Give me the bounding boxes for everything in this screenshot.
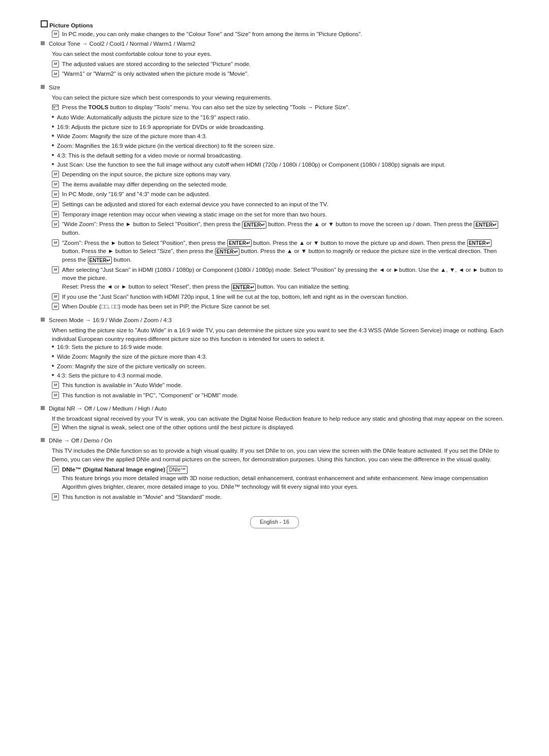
note-icon-s9: M	[52, 293, 59, 300]
bullet-16-9: 16:9: Adjusts the picture size to 16:9 a…	[52, 123, 508, 132]
note-icon-s1: M	[52, 171, 59, 178]
tools-row: Press the TOOLS button to display "Tools…	[52, 103, 508, 112]
size-bullets: Auto Wide: Automatically adjusts the pic…	[41, 113, 508, 169]
bullet-auto-wide: Auto Wide: Automatically adjusts the pic…	[52, 113, 508, 122]
dot-5	[52, 154, 54, 156]
colour-tone-label: Colour Tone → Cool2 / Cool1 / Normal / W…	[49, 40, 195, 48]
size-sub-notes: M Depending on the input source, the pic…	[41, 170, 508, 311]
sm-bullet-3-text: Zoom: Magnify the size of the picture ve…	[57, 362, 206, 371]
size-note-8: M After selecting "Just Scan" in HDMI (1…	[52, 266, 508, 291]
sm-dot-4	[52, 374, 54, 376]
colour-tone-header: Colour Tone → Cool2 / Cool1 / Normal / W…	[41, 40, 508, 48]
size-label: Size	[49, 83, 60, 92]
note-icon-s10: M	[52, 303, 59, 310]
dot-4	[52, 144, 54, 146]
footer: English - 16	[41, 516, 508, 528]
bullet-1-text: Auto Wide: Automatically adjusts the pic…	[57, 113, 250, 122]
note-icon-s6: M	[52, 220, 59, 228]
colour-note-2: M "Warm1" or "Warm2" is only activated w…	[52, 70, 508, 78]
sm-bullet-4-text: 4:3: Sets the picture to 4:3 normal mode…	[57, 371, 163, 380]
dnie-brand-label: DNIe™ (Digital Natural Image engine)	[62, 466, 165, 472]
screen-mode-notes: M This function is available in "Auto Wi…	[41, 381, 508, 399]
screen-mode-body: When setting the picture size to "Auto W…	[52, 326, 508, 343]
square-bullet-colour	[41, 41, 45, 45]
top-note-text: In PC mode, you can only make changes to…	[62, 30, 508, 39]
size-note-1: M Depending on the input source, the pic…	[52, 170, 508, 179]
dot-2	[52, 125, 54, 128]
dot-3	[52, 135, 54, 137]
digital-nr-section: Digital NR → Off / Low / Medium / High /…	[41, 404, 508, 431]
size-note-3: M In PC Mode, only "16:9" and "4:3" mode…	[52, 190, 508, 199]
colour-note-1: M The adjusted values are stored accordi…	[52, 60, 508, 69]
tools-icon	[52, 104, 59, 111]
bullet-2-text: 16:9: Adjusts the picture size to 16:9 a…	[57, 123, 264, 132]
note-icon-s5: M	[52, 211, 59, 218]
bullet-3-text: Wide Zoom: Magnify the size of the pictu…	[57, 132, 207, 141]
sm-bullet-1: 16:9: Sets the picture to 16:9 wide mode…	[52, 343, 508, 352]
note-icon-s2: M	[52, 181, 59, 188]
dnie-brand-text: This feature brings you more detailed im…	[62, 475, 488, 490]
digital-nr-header: Digital NR → Off / Low / Medium / High /…	[41, 404, 508, 413]
footer-badge: English - 16	[250, 516, 299, 528]
sm-dot-3	[52, 365, 54, 367]
size-note-6: M "Wide Zoom": Press the ► button to Sel…	[52, 220, 508, 237]
dnie-badge: DNIe™	[167, 466, 188, 475]
note-icon-s4: M	[52, 201, 59, 208]
note-icon-nr1: M	[52, 424, 59, 431]
digital-nr-notes: M When the signal is weak, select one of…	[41, 423, 508, 432]
bullet-4-text: Zoom: Magnifies the 16:9 wide picture (i…	[57, 142, 274, 150]
note-icon-top: M	[52, 30, 59, 38]
size-note-7: M "Zoom": Press the ► button to Select "…	[52, 239, 508, 264]
checkbox-icon	[41, 20, 48, 27]
enter-btn-1: ENTER↵	[242, 221, 266, 229]
enter-btn-6: ENTER↵	[88, 257, 112, 264]
sm-dot-1	[52, 345, 54, 348]
sm-bullet-2-text: Wide Zoom: Magnify the size of the pictu…	[57, 353, 207, 361]
note-icon-s3: M	[52, 191, 59, 198]
colour-note-2-text: "Warm1" or "Warm2" is only activated whe…	[62, 70, 508, 78]
size-note-2: M The items available may differ dependi…	[52, 180, 508, 189]
bullet-5-text: 4:3: This is the default setting for a v…	[57, 151, 242, 160]
colour-tone-section: Colour Tone → Cool2 / Cool1 / Normal / W…	[41, 40, 508, 78]
sm-bullet-3: Zoom: Magnify the size of the picture ve…	[52, 362, 508, 371]
note-icon-s7: M	[52, 239, 59, 246]
dnie-header: DNIe → Off / Demo / On	[41, 436, 508, 445]
size-note-4: M Settings can be adjusted and stored fo…	[52, 200, 508, 209]
svg-rect-0	[52, 105, 58, 110]
note-icon-c1: M	[52, 60, 59, 68]
dnie-note-1: M This function is not available in "Mov…	[52, 493, 508, 501]
sm-note-2: M This function is not available in "PC"…	[52, 391, 508, 400]
screen-mode-label: Screen Mode → 16:9 / Wide Zoom / Zoom / …	[49, 316, 172, 325]
square-bullet-screen	[41, 318, 45, 322]
note-icon-s8: M	[52, 266, 59, 273]
enter-btn-2: ENTER↵	[474, 221, 498, 229]
size-section: Size You can select the picture size whi…	[41, 83, 508, 311]
sm-bullet-1-text: 16:9: Sets the picture to 16:9 wide mode…	[57, 343, 163, 352]
bullet-4-3: 4:3: This is the default setting for a v…	[52, 151, 508, 160]
square-bullet-size	[41, 85, 45, 89]
title-text: Picture Options	[49, 22, 93, 28]
screen-mode-bullets: 16:9: Sets the picture to 16:9 wide mode…	[41, 343, 508, 380]
dnie-label: DNIe → Off / Demo / On	[49, 436, 112, 445]
dot-1	[52, 116, 54, 118]
digital-nr-body: If the broadcast signal received by your…	[52, 415, 508, 423]
note-icon-sm2: M	[52, 392, 59, 399]
dnie-brand-note: M DNIe™ (Digital Natural Image engine) D…	[52, 465, 508, 491]
sm-bullet-2: Wide Zoom: Magnify the size of the pictu…	[52, 353, 508, 361]
bullet-6-text: Just Scan: Use the function to see the f…	[57, 161, 445, 169]
dnie-sub-notes: M This function is not available in "Mov…	[41, 493, 508, 501]
bullet-zoom: Zoom: Magnifies the 16:9 wide picture (i…	[52, 142, 508, 150]
dnie-body: This TV includes the DNIe function so as…	[52, 447, 508, 463]
bullet-wide-zoom: Wide Zoom: Magnify the size of the pictu…	[52, 132, 508, 141]
size-header: Size	[41, 83, 508, 92]
size-note-10: M When Double (□□, □□) mode has been set…	[52, 302, 508, 311]
square-bullet-nr	[41, 406, 45, 410]
dot-6	[52, 163, 54, 165]
enter-btn-5: ENTER↵	[215, 248, 239, 256]
enter-btn-7: ENTER↵	[231, 284, 256, 291]
square-bullet-dnie	[41, 438, 45, 442]
enter-btn-3: ENTER↵	[227, 239, 252, 247]
colour-note-1-text: The adjusted values are stored according…	[62, 60, 508, 69]
sm-bullet-4: 4:3: Sets the picture to 4:3 normal mode…	[52, 371, 508, 380]
bullet-just-scan: Just Scan: Use the function to see the f…	[52, 161, 508, 169]
